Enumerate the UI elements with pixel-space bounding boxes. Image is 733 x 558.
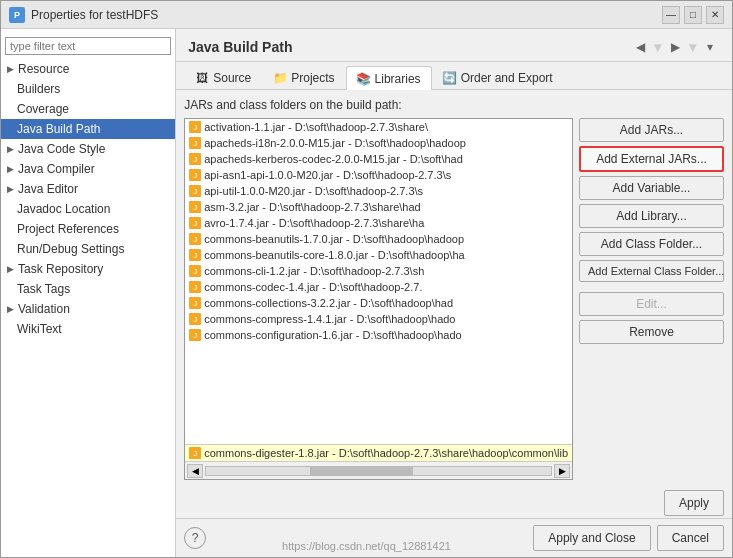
sidebar-item-label: Java Compiler [18, 162, 95, 176]
jar-list-item[interactable]: Japi-util-1.0.0-M20.jar - D:\soft\hadoop… [185, 183, 572, 199]
projects-tab-icon: 📁 [273, 71, 287, 85]
horizontal-scrollbar[interactable]: ◀ ▶ [185, 461, 572, 479]
scroll-left-arrow[interactable]: ◀ [187, 464, 203, 478]
tooltip-icon: J [189, 447, 201, 459]
sidebar-item-label: Project References [17, 222, 119, 236]
order-tab-icon: 🔄 [443, 71, 457, 85]
jar-list-item[interactable]: Japi-asn1-api-1.0.0-M20.jar - D:\soft\ha… [185, 167, 572, 183]
jar-list-item[interactable]: Jcommons-compress-1.4.1.jar - D:\soft\ha… [185, 311, 572, 327]
window-title: Properties for testHDFS [31, 8, 158, 22]
build-path-label: JARs and class folders on the build path… [184, 96, 724, 114]
sidebar-expand-arrow: ▶ [7, 64, 14, 74]
apply-button[interactable]: Apply [664, 490, 724, 516]
jar-icon: J [189, 121, 201, 133]
jar-icon: J [189, 281, 201, 293]
jar-list-item[interactable]: Japacheds-i18n-2.0.0-M15.jar - D:\soft\h… [185, 135, 572, 151]
sidebar-item-project-references[interactable]: Project References [1, 219, 175, 239]
sidebar-item-task-tags[interactable]: Task Tags [1, 279, 175, 299]
window-icon: P [9, 7, 25, 23]
libraries-tab-icon: 📚 [357, 72, 371, 86]
jar-icon: J [189, 249, 201, 261]
bottom-bar: ? Apply and Close Cancel [176, 518, 732, 557]
jar-list-item[interactable]: Jcommons-beanutils-1.7.0.jar - D:\soft\h… [185, 231, 572, 247]
jar-item-text: api-asn1-api-1.0.0-M20.jar - D:\soft\had… [204, 169, 451, 181]
jar-item-text: commons-codec-1.4.jar - D:\soft\hadoop-2… [204, 281, 422, 293]
help-button[interactable]: ? [184, 527, 206, 549]
right-panel: Java Build Path ◀ ▾ ▶ ▾ ▾ 🖼 Source [176, 29, 732, 557]
sidebar-item-label: Task Tags [17, 282, 70, 296]
jar-item-text: activation-1.1.jar - D:\soft\hadoop-2.7.… [204, 121, 428, 133]
sidebar-item-coverage[interactable]: Coverage [1, 99, 175, 119]
sidebar-item-label: Java Editor [18, 182, 78, 196]
sidebar-item-javadoc-location[interactable]: Javadoc Location [1, 199, 175, 219]
tab-projects[interactable]: 📁 Projects [262, 66, 345, 89]
jar-list-item[interactable]: Jasm-3.2.jar - D:\soft\hadoop-2.7.3\shar… [185, 199, 572, 215]
add-variable-button[interactable]: Add Variable... [579, 176, 724, 200]
apply-and-close-button[interactable]: Apply and Close [533, 525, 650, 551]
tab-source[interactable]: 🖼 Source [184, 66, 262, 89]
jar-list-item[interactable]: Jcommons-beanutils-core-1.8.0.jar - D:\s… [185, 247, 572, 263]
filter-input[interactable] [5, 37, 171, 55]
tab-libraries[interactable]: 📚 Libraries [346, 66, 432, 90]
sidebar-item-task-repository[interactable]: ▶Task Repository [1, 259, 175, 279]
jar-list[interactable]: Jactivation-1.1.jar - D:\soft\hadoop-2.7… [185, 119, 572, 444]
build-path-main: Jactivation-1.1.jar - D:\soft\hadoop-2.7… [184, 118, 724, 480]
jar-icon: J [189, 169, 201, 181]
remove-button[interactable]: Remove [579, 320, 724, 344]
title-controls: — □ ✕ [662, 6, 724, 24]
sidebar-expand-arrow: ▶ [7, 164, 14, 174]
panel-menu-button[interactable]: ▾ [700, 37, 720, 57]
jar-list-item[interactable]: Japacheds-kerberos-codec-2.0.0-M15.jar -… [185, 151, 572, 167]
jar-item-text: api-util-1.0.0-M20.jar - D:\soft\hadoop-… [204, 185, 423, 197]
jar-icon: J [189, 185, 201, 197]
forward-nav-button[interactable]: ▶ [665, 37, 685, 57]
jar-list-container: Jactivation-1.1.jar - D:\soft\hadoop-2.7… [184, 118, 573, 480]
jar-list-item[interactable]: Jcommons-collections-3.2.2.jar - D:\soft… [185, 295, 572, 311]
add-library-button[interactable]: Add Library... [579, 204, 724, 228]
jar-item-text: apacheds-i18n-2.0.0-M15.jar - D:\soft\ha… [204, 137, 466, 149]
sidebar-item-label: Coverage [17, 102, 69, 116]
sidebar-item-label: Java Code Style [18, 142, 105, 156]
sidebar-item-validation[interactable]: ▶Validation [1, 299, 175, 319]
sidebar-item-resource[interactable]: ▶Resource [1, 59, 175, 79]
back-nav-button[interactable]: ◀ [630, 37, 650, 57]
add-external-jars-button[interactable]: Add External JARs... [579, 146, 724, 172]
sidebar-item-label: Validation [18, 302, 70, 316]
add-external-class-folder-button[interactable]: Add External Class Folder... [579, 260, 724, 282]
jar-icon: J [189, 201, 201, 213]
sidebar-item-java-editor[interactable]: ▶Java Editor [1, 179, 175, 199]
jar-list-item[interactable]: Jactivation-1.1.jar - D:\soft\hadoop-2.7… [185, 119, 572, 135]
sidebar-item-java-compiler[interactable]: ▶Java Compiler [1, 159, 175, 179]
jar-icon: J [189, 313, 201, 325]
tooltip-bar: J commons-digester-1.8.jar - D:\soft\had… [185, 444, 572, 461]
jar-list-item[interactable]: Jcommons-configuration-1.6.jar - D:\soft… [185, 327, 572, 343]
jar-list-item[interactable]: Jcommons-cli-1.2.jar - D:\soft\hadoop-2.… [185, 263, 572, 279]
tab-order-export[interactable]: 🔄 Order and Export [432, 66, 564, 89]
cancel-button[interactable]: Cancel [657, 525, 724, 551]
jar-icon: J [189, 297, 201, 309]
sidebar-item-java-build-path[interactable]: Java Build Path [1, 119, 175, 139]
sidebar-item-label: WikiText [17, 322, 62, 336]
tooltip-text: commons-digester-1.8.jar - D:\soft\hadoo… [204, 447, 568, 459]
action-buttons: Add JARs... Add External JARs... Add Var… [579, 118, 724, 480]
jar-item-text: commons-configuration-1.6.jar - D:\soft\… [204, 329, 461, 341]
add-jars-button[interactable]: Add JARs... [579, 118, 724, 142]
title-bar-left: P Properties for testHDFS [9, 7, 158, 23]
scroll-right-arrow[interactable]: ▶ [554, 464, 570, 478]
sidebar-item-label: Builders [17, 82, 60, 96]
add-class-folder-button[interactable]: Add Class Folder... [579, 232, 724, 256]
minimize-button[interactable]: — [662, 6, 680, 24]
sidebar-item-wikitext[interactable]: WikiText [1, 319, 175, 339]
jar-list-item[interactable]: Javro-1.7.4.jar - D:\soft\hadoop-2.7.3\s… [185, 215, 572, 231]
scroll-track[interactable] [205, 466, 552, 476]
sidebar-item-java-code-style[interactable]: ▶Java Code Style [1, 139, 175, 159]
jar-item-text: avro-1.7.4.jar - D:\soft\hadoop-2.7.3\sh… [204, 217, 424, 229]
maximize-button[interactable]: □ [684, 6, 702, 24]
sidebar-item-builders[interactable]: Builders [1, 79, 175, 99]
sidebar-item-run/debug-settings[interactable]: Run/Debug Settings [1, 239, 175, 259]
close-button[interactable]: ✕ [706, 6, 724, 24]
jar-list-item[interactable]: Jcommons-codec-1.4.jar - D:\soft\hadoop-… [185, 279, 572, 295]
tab-bar: 🖼 Source 📁 Projects 📚 Libraries 🔄 Order … [176, 62, 732, 90]
jar-item-text: commons-cli-1.2.jar - D:\soft\hadoop-2.7… [204, 265, 424, 277]
edit-button[interactable]: Edit... [579, 292, 724, 316]
